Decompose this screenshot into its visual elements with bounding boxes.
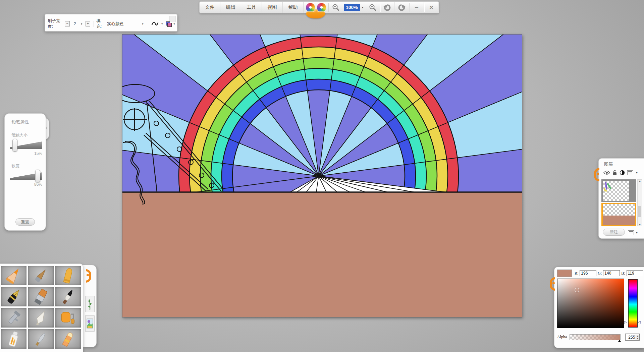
brush-width-label: 刷子宽度:	[48, 18, 64, 30]
layers-options-caret-icon[interactable]: ▼	[634, 232, 640, 234]
layer-item-sketch[interactable]	[601, 179, 636, 202]
alpha-spin-up-icon[interactable]: ▲	[636, 335, 639, 337]
mascot-nose-icon	[314, 9, 318, 12]
brush-options-toolbar: 刷子宽度: − 2 ▼ + 填充: 实心颜色 ▼ ▼ ▼	[45, 14, 177, 32]
tool-palette-handle[interactable]	[83, 265, 97, 347]
brush-width-decrease-button[interactable]: −	[65, 21, 70, 26]
picture-stamp-button[interactable]	[85, 315, 95, 332]
fill-mode-value[interactable]: 实心颜色	[105, 21, 140, 27]
fill-style-caret-icon[interactable]: ▼	[171, 23, 177, 25]
crayon-icon	[57, 268, 79, 284]
alpha-spinner: ▲ ▼	[625, 334, 640, 341]
zoom-level-value[interactable]: 100%	[344, 4, 360, 11]
paint-tube-icon	[3, 331, 24, 347]
toolbar-separator	[148, 21, 148, 27]
hue-bar[interactable]	[628, 279, 638, 328]
plant-stamp-icon	[87, 297, 93, 311]
color-cursor-icon[interactable]	[575, 288, 579, 292]
menu-tools[interactable]: 工具	[241, 2, 262, 13]
eraser-crayon-icon	[57, 331, 79, 347]
tool-silverpoint[interactable]	[28, 329, 54, 349]
zoom-in-icon	[369, 4, 376, 11]
tool-flat-brush[interactable]	[28, 287, 54, 306]
colored-pencil-icon	[3, 268, 24, 284]
layer-ground-preview	[603, 216, 635, 225]
menu-file[interactable]: 文件	[200, 2, 220, 13]
opacity-icon[interactable]	[620, 170, 625, 175]
stroke-style-caret-icon[interactable]: ▼	[159, 23, 165, 25]
tool-paint-tube[interactable]	[1, 329, 26, 349]
alpha-marker-icon[interactable]	[618, 340, 621, 342]
blue-input[interactable]	[627, 270, 643, 276]
tool-palette-panel	[0, 263, 83, 352]
hue-marker-left-icon[interactable]: ▷	[624, 320, 627, 324]
scrollbar-thumb[interactable]	[638, 206, 641, 217]
layer-item-ground[interactable]	[601, 203, 636, 226]
undo-icon	[383, 3, 391, 12]
layers-options-icon[interactable]	[628, 230, 634, 235]
softness-slider[interactable]	[10, 170, 42, 182]
stroke-style-wave-icon[interactable]	[151, 21, 159, 26]
close-button[interactable]: ×	[424, 2, 439, 13]
mascot-eye-left-icon	[306, 3, 315, 12]
tool-ink-brush[interactable]	[55, 287, 81, 306]
zoom-out-button[interactable]	[329, 2, 343, 13]
unlock-icon[interactable]	[612, 170, 617, 175]
blue-label: B:	[621, 271, 625, 276]
mascot-eye-right-icon	[317, 3, 326, 12]
zoom-out-icon	[332, 4, 339, 11]
visibility-eye-icon[interactable]	[603, 170, 610, 175]
tool-palette-knife[interactable]	[28, 308, 54, 328]
palette-knife-icon	[30, 310, 52, 326]
alpha-slider[interactable]	[570, 334, 621, 340]
tool-colored-pencil[interactable]	[1, 266, 26, 285]
redo-button[interactable]	[395, 2, 409, 13]
color-panel-handle[interactable]	[550, 277, 557, 291]
alpha-spin-down-icon[interactable]: ▼	[636, 337, 639, 340]
alpha-input[interactable]	[626, 335, 636, 340]
ink-brush-icon	[57, 289, 79, 305]
hue-marker-right-icon[interactable]: ◁	[638, 320, 641, 324]
layer-menu-caret-icon[interactable]: ▼	[636, 172, 638, 174]
tool-fountain-pen[interactable]	[1, 287, 26, 306]
tool-eraser-crayon[interactable]	[55, 329, 81, 349]
menu-view[interactable]: 视图	[262, 2, 283, 13]
layer-menu-icon[interactable]	[627, 170, 633, 175]
tool-wood-pencil[interactable]	[28, 266, 54, 285]
tool-airbrush[interactable]	[1, 308, 26, 328]
tool-paint-roller[interactable]	[55, 308, 81, 328]
reset-button[interactable]: 重置	[15, 218, 35, 226]
zoom-dropdown-caret-icon[interactable]: ▼	[360, 2, 366, 13]
pencil-properties-panel: 铅笔属性 笔触大小 15% 软度 86% 重置	[4, 113, 46, 231]
fill-mode-caret-icon[interactable]: ▼	[140, 23, 146, 25]
minimize-button[interactable]: −	[410, 2, 424, 13]
drawing-canvas[interactable]	[122, 34, 522, 317]
red-label: R:	[575, 271, 578, 276]
tool-crayon[interactable]	[55, 266, 81, 285]
paint-roller-icon	[57, 310, 79, 326]
green-input[interactable]	[603, 270, 620, 276]
scroll-up-icon[interactable]: ▲	[639, 180, 641, 182]
zoom-in-button[interactable]	[366, 2, 380, 13]
layers-panel-handle[interactable]	[594, 168, 601, 181]
alpha-label: Alpha	[557, 335, 567, 340]
layers-scrollbar[interactable]: ▲ ▼	[637, 179, 642, 226]
layer-thumb-padding	[629, 181, 635, 201]
flat-brush-icon	[30, 289, 52, 305]
undo-button[interactable]	[380, 2, 395, 13]
stroke-size-slider[interactable]	[10, 139, 42, 151]
softness-slider-thumb[interactable]	[35, 170, 40, 182]
brush-width-value[interactable]: 2	[71, 21, 79, 26]
fill-style-squares-icon[interactable]	[166, 21, 171, 26]
stroke-size-slider-thumb[interactable]	[12, 139, 17, 152]
plant-stamp-button[interactable]	[85, 296, 95, 312]
new-layer-button[interactable]: 新建	[603, 229, 625, 236]
saturation-value-field[interactable]	[557, 279, 624, 328]
red-input[interactable]	[580, 270, 596, 276]
menu-help[interactable]: 帮助	[283, 2, 304, 13]
alpha-gradient	[570, 335, 620, 340]
menu-edit[interactable]: 编辑	[220, 2, 241, 13]
brush-width-increase-button[interactable]: +	[86, 21, 91, 26]
scroll-down-icon[interactable]: ▼	[639, 224, 641, 226]
brush-width-caret-icon[interactable]: ▼	[79, 23, 85, 25]
